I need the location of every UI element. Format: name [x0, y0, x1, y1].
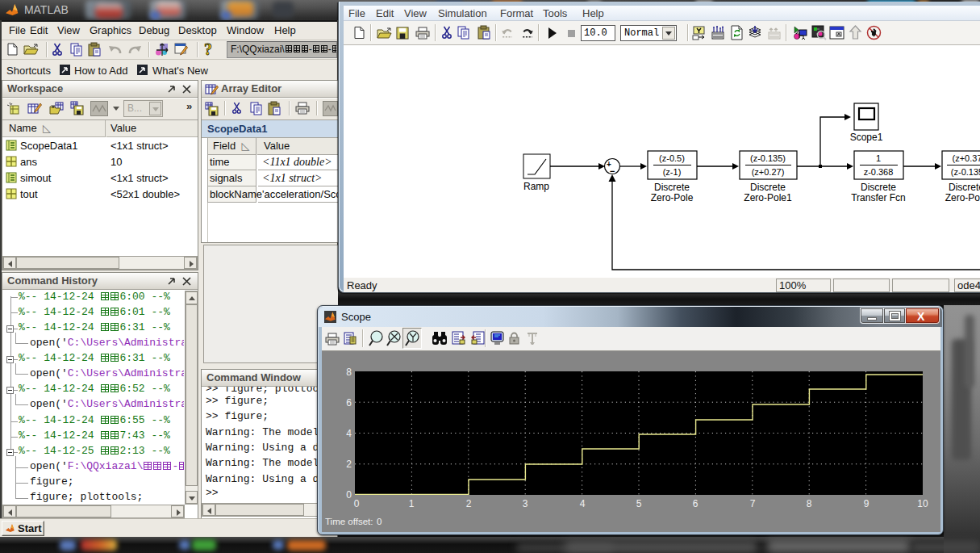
svg-text:Ramp: Ramp	[523, 181, 549, 192]
svg-text:0: 0	[346, 489, 352, 501]
svg-text:0: 0	[377, 517, 382, 526]
svg-text:1: 1	[876, 153, 881, 163]
svg-text:(z+0.27): (z+0.27)	[752, 167, 785, 177]
svg-text:z-0.368: z-0.368	[864, 167, 894, 177]
svg-text:6: 6	[346, 397, 352, 408]
svg-text:(z-0.135: (z-0.135	[951, 167, 980, 177]
svg-text:Zero-Pole: Zero-Pole	[945, 192, 980, 203]
svg-text:(z+0.37: (z+0.37	[953, 153, 980, 163]
svg-text:5: 5	[636, 498, 642, 509]
svg-text:6: 6	[693, 498, 699, 509]
svg-text:Zero-Pole: Zero-Pole	[651, 192, 694, 203]
svg-text:Discrete: Discrete	[654, 182, 690, 193]
svg-text:3: 3	[523, 498, 528, 509]
svg-text:8: 8	[807, 498, 812, 509]
svg-text:0: 0	[354, 498, 360, 509]
svg-text:4: 4	[580, 498, 586, 509]
svg-text:Discrete: Discrete	[861, 182, 896, 193]
svg-text:7: 7	[750, 498, 756, 509]
svg-text:?: ?	[204, 41, 212, 58]
svg-text:(z-0.5): (z-0.5)	[659, 153, 685, 163]
svg-text:8: 8	[346, 367, 352, 378]
svg-text:2: 2	[346, 459, 352, 470]
svg-text:Transfer Fcn: Transfer Fcn	[851, 192, 906, 203]
svg-text:4: 4	[346, 428, 352, 439]
svg-text:Discrete: Discrete	[949, 182, 980, 193]
svg-text:Zero-Pole1: Zero-Pole1	[744, 192, 792, 203]
svg-text:Scope1: Scope1	[850, 132, 883, 143]
svg-text:−: −	[610, 166, 615, 176]
svg-text:2: 2	[466, 498, 472, 509]
svg-text:(z-0.135): (z-0.135)	[750, 153, 786, 163]
svg-text:Discrete: Discrete	[750, 182, 786, 193]
svg-text:1: 1	[409, 498, 415, 509]
svg-text:9: 9	[864, 498, 869, 509]
svg-text:Time offset:: Time offset:	[325, 517, 373, 526]
svg-text:(z-1): (z-1)	[663, 167, 682, 177]
svg-text:10: 10	[917, 498, 928, 509]
